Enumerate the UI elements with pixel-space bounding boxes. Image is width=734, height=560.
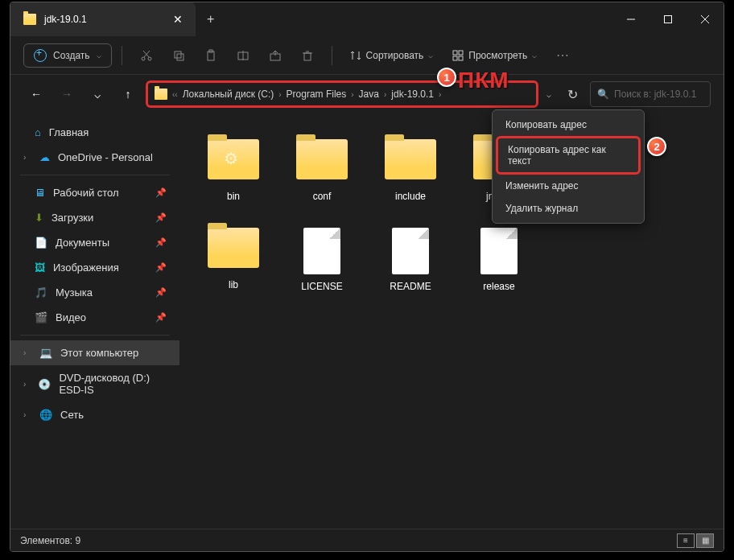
file-icon bbox=[392, 228, 429, 274]
maximize-button[interactable] bbox=[649, 2, 687, 36]
up-button[interactable]: ↑ bbox=[115, 81, 141, 107]
new-tab-button[interactable]: + bbox=[196, 12, 225, 27]
folder-icon bbox=[296, 139, 348, 179]
svg-rect-10 bbox=[208, 51, 214, 60]
folder-icon bbox=[208, 228, 259, 268]
window-tab[interactable]: jdk-19.0.1 ✕ bbox=[10, 2, 196, 36]
sidebar-documents[interactable]: 📄Документы📌 bbox=[10, 230, 179, 255]
back-button[interactable]: ← bbox=[23, 81, 49, 107]
sort-label: Сортировать bbox=[366, 50, 424, 61]
separator bbox=[20, 335, 170, 336]
breadcrumb-item[interactable]: Program Files bbox=[287, 89, 347, 100]
view-button[interactable]: Просмотреть ⌵ bbox=[444, 45, 545, 66]
folder-item[interactable]: conf bbox=[278, 133, 366, 221]
sort-button[interactable]: Сортировать ⌵ bbox=[342, 45, 442, 66]
music-icon: 🎵 bbox=[35, 286, 47, 299]
minimize-button[interactable] bbox=[612, 2, 649, 36]
sidebar-network[interactable]: ›🌐Сеть bbox=[10, 402, 179, 427]
share-button[interactable] bbox=[261, 41, 290, 70]
chevron-down-icon: ⌵ bbox=[428, 51, 433, 60]
item-count: Элементов: 9 bbox=[20, 535, 80, 546]
refresh-button[interactable]: ↻ bbox=[559, 81, 585, 107]
annotation-badge-1: 1 bbox=[437, 68, 456, 87]
ctx-copy-address[interactable]: Копировать адрес bbox=[496, 113, 641, 136]
folder-item[interactable]: lib bbox=[189, 221, 278, 310]
search-placeholder: Поиск в: jdk-19.0.1 bbox=[614, 89, 696, 100]
folder-item[interactable]: include bbox=[366, 133, 455, 221]
view-icon bbox=[452, 50, 464, 61]
paste-button[interactable] bbox=[196, 41, 225, 70]
chevron-right-icon: › bbox=[439, 90, 441, 99]
svg-rect-23 bbox=[459, 56, 463, 60]
sidebar-video[interactable]: 🎬Видео📌 bbox=[10, 305, 179, 330]
svg-rect-22 bbox=[453, 56, 457, 60]
pin-icon[interactable]: 📌 bbox=[155, 212, 167, 223]
details-view-button[interactable]: ≡ bbox=[677, 533, 695, 548]
ctx-edit-address[interactable]: Изменить адрес bbox=[496, 175, 641, 197]
ctx-copy-address-text[interactable]: Копировать адрес как текст bbox=[496, 136, 641, 175]
file-item[interactable]: release bbox=[455, 221, 543, 310]
separator bbox=[122, 46, 122, 65]
chevron-right-icon[interactable]: › bbox=[23, 380, 30, 389]
cloud-icon: ☁ bbox=[39, 151, 50, 163]
chevron-left-icon[interactable]: ‹‹ bbox=[172, 90, 178, 99]
annotation-badge-2: 2 bbox=[647, 137, 666, 156]
chevron-down-icon: ⌵ bbox=[532, 51, 537, 60]
svg-rect-1 bbox=[665, 16, 672, 23]
sidebar-images[interactable]: 🖼Изображения📌 bbox=[10, 255, 179, 280]
breadcrumb-dropdown[interactable]: ⌵ bbox=[546, 90, 551, 99]
create-button[interactable]: Создать ⌵ bbox=[23, 43, 112, 68]
delete-button[interactable] bbox=[293, 41, 322, 70]
desktop-icon: 🖥 bbox=[35, 187, 45, 199]
svg-rect-20 bbox=[453, 51, 457, 55]
chevron-down-icon: ⌵ bbox=[97, 51, 101, 60]
file-item[interactable]: LICENSE bbox=[278, 221, 366, 310]
pin-icon[interactable]: 📌 bbox=[155, 262, 167, 273]
create-label: Создать bbox=[53, 50, 90, 61]
breadcrumb-item[interactable]: jdk-19.0.1 bbox=[391, 89, 434, 100]
copy-button[interactable] bbox=[164, 41, 193, 70]
cut-button[interactable] bbox=[132, 41, 161, 70]
breadcrumb-item[interactable]: Локальный диск (C:) bbox=[183, 89, 274, 100]
home-icon: ⌂ bbox=[35, 126, 41, 138]
svg-rect-8 bbox=[175, 51, 181, 58]
separator bbox=[20, 175, 170, 175]
ctx-delete-history[interactable]: Удалить журнал bbox=[496, 197, 641, 220]
pin-icon[interactable]: 📌 bbox=[155, 187, 167, 198]
file-item[interactable]: README bbox=[366, 221, 455, 310]
sidebar-downloads[interactable]: ⬇Загрузки📌 bbox=[10, 205, 179, 230]
svg-line-6 bbox=[143, 51, 149, 57]
icons-view-button[interactable]: ▦ bbox=[696, 533, 714, 548]
pin-icon[interactable]: 📌 bbox=[155, 312, 167, 323]
sidebar-dvd[interactable]: ›💿DVD-дисковод (D:) ESD-IS bbox=[10, 365, 179, 402]
folder-icon bbox=[155, 89, 167, 100]
rename-button[interactable] bbox=[229, 41, 258, 70]
separator bbox=[332, 46, 332, 65]
sidebar-onedrive[interactable]: ›☁OneDrive - Personal bbox=[10, 145, 179, 170]
search-input[interactable]: 🔍 Поиск в: jdk-19.0.1 bbox=[590, 81, 711, 107]
folder-icon bbox=[208, 139, 259, 179]
breadcrumb-item[interactable]: Java bbox=[359, 89, 379, 100]
pin-icon[interactable]: 📌 bbox=[155, 237, 167, 248]
toolbar: Создать ⌵ Сортировать ⌵ Просмотреть ⌵ ⋯ bbox=[10, 36, 724, 75]
close-button[interactable] bbox=[687, 2, 724, 36]
sidebar-music[interactable]: 🎵Музыка📌 bbox=[10, 280, 179, 305]
pin-icon[interactable]: 📌 bbox=[155, 287, 167, 298]
statusbar: Элементов: 9 ≡ ▦ bbox=[10, 529, 724, 551]
recent-button[interactable]: ⌵ bbox=[85, 81, 110, 107]
search-icon: 🔍 bbox=[597, 89, 609, 100]
image-icon: 🖼 bbox=[35, 261, 45, 274]
sidebar-this-pc[interactable]: ›💻Этот компьютер bbox=[10, 340, 179, 365]
chevron-right-icon[interactable]: › bbox=[23, 153, 31, 162]
svg-rect-15 bbox=[304, 53, 311, 60]
close-tab-icon[interactable]: ✕ bbox=[173, 13, 183, 26]
explorer-window: jdk-19.0.1 ✕ + Создать ⌵ Сортировать ⌵ bbox=[10, 2, 724, 552]
sidebar-desktop[interactable]: 🖥Рабочий стол📌 bbox=[10, 180, 179, 205]
file-icon bbox=[480, 228, 518, 274]
folder-item[interactable]: bin bbox=[189, 133, 278, 221]
chevron-right-icon[interactable]: › bbox=[23, 410, 31, 419]
sidebar-home[interactable]: ⌂Главная bbox=[10, 120, 179, 145]
forward-button[interactable]: → bbox=[54, 81, 80, 107]
chevron-right-icon[interactable]: › bbox=[23, 348, 31, 357]
more-button[interactable]: ⋯ bbox=[548, 41, 577, 70]
